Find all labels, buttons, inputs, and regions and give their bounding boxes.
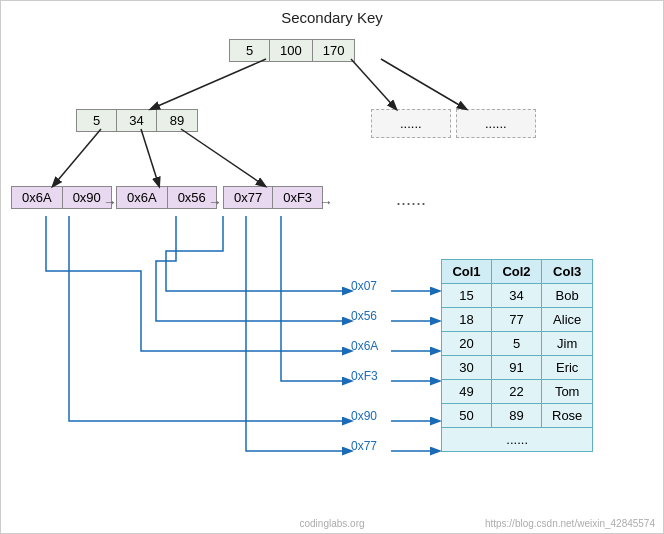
center-dots: ......	[396, 189, 426, 210]
cell: Tom	[542, 380, 593, 404]
table-row: 15 34 Bob	[442, 284, 593, 308]
addr-0x56: 0x56	[351, 309, 377, 323]
dashed-cell-1: ......	[390, 113, 432, 134]
cell: 15	[442, 284, 492, 308]
cell: Bob	[542, 284, 593, 308]
root-cell-2: 100	[270, 40, 313, 61]
cell: 34	[492, 284, 542, 308]
dashed-cell-2: ......	[475, 113, 517, 134]
addr-0x90: 0x90	[351, 409, 377, 423]
l2n2-sub-1: 0x6A	[117, 187, 168, 208]
page-title: Secondary Key	[1, 1, 663, 26]
svg-line-1	[351, 59, 396, 109]
l1-cell-2: 34	[117, 110, 157, 131]
l1-cell-1: 5	[77, 110, 117, 131]
level2-node-3-bottom: 0x77 0xF3	[223, 186, 323, 209]
watermark-site: codinglabs.org	[299, 518, 364, 529]
data-table: Col1 Col2 Col3 15 34 Bob 18 77 Alice 20 …	[441, 259, 593, 452]
root-cell-1: 5	[230, 40, 270, 61]
addr-0x07: 0x07	[351, 279, 377, 293]
svg-line-3	[53, 129, 101, 186]
l2n3-sub-2: 0xF3	[273, 187, 322, 208]
cell: 77	[492, 308, 542, 332]
addr-0x6A: 0x6A	[351, 339, 378, 353]
cell: 49	[442, 380, 492, 404]
svg-line-0	[151, 59, 266, 109]
root-node: 5 100 170	[229, 39, 355, 62]
svg-line-2	[381, 59, 466, 109]
l2n3-sub-1: 0x77	[224, 187, 273, 208]
cell: 20	[442, 332, 492, 356]
table-row: 30 91 Eric	[442, 356, 593, 380]
col-header-2: Col2	[492, 260, 542, 284]
l2n1-sub-1: 0x6A	[12, 187, 63, 208]
addr-0xF3: 0xF3	[351, 369, 378, 383]
table-footer: ......	[442, 428, 593, 452]
table-row: 50 89 Rose	[442, 404, 593, 428]
svg-line-5	[181, 129, 265, 186]
arrow-1: →	[103, 194, 117, 210]
cell: Rose	[542, 404, 593, 428]
cell: 91	[492, 356, 542, 380]
cell: 89	[492, 404, 542, 428]
dashed-node-2: ......	[456, 109, 536, 138]
cell: 30	[442, 356, 492, 380]
col-header-3: Col3	[542, 260, 593, 284]
level1-node: 5 34 89	[76, 109, 198, 132]
cell: 22	[492, 380, 542, 404]
level2-node-1-bottom: 0x6A 0x90	[11, 186, 112, 209]
table-row: 20 5 Jim	[442, 332, 593, 356]
root-cell-3: 170	[313, 40, 355, 61]
cell: Eric	[542, 356, 593, 380]
arrow-3: →	[319, 194, 333, 210]
level2-node-2-bottom: 0x6A 0x56	[116, 186, 217, 209]
table-row: 18 77 Alice	[442, 308, 593, 332]
l1-cell-3: 89	[157, 110, 197, 131]
cell: 18	[442, 308, 492, 332]
cell: Alice	[542, 308, 593, 332]
table-footer-row: ......	[442, 428, 593, 452]
col-header-1: Col1	[442, 260, 492, 284]
svg-line-4	[141, 129, 159, 186]
addr-0x77: 0x77	[351, 439, 377, 453]
dashed-node-1: ......	[371, 109, 451, 138]
arrow-2: →	[208, 194, 222, 210]
cell: 5	[492, 332, 542, 356]
cell: Jim	[542, 332, 593, 356]
cell: 50	[442, 404, 492, 428]
table-row: 49 22 Tom	[442, 380, 593, 404]
watermark-url: https://blog.csdn.net/weixin_42845574	[485, 518, 655, 529]
